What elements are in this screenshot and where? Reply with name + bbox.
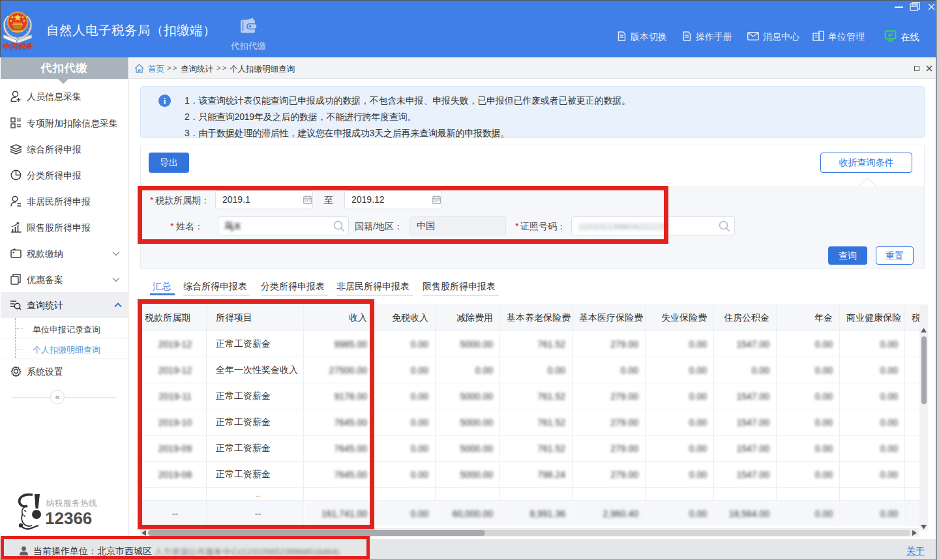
svg-text:中国税务: 中国税务	[3, 42, 34, 50]
